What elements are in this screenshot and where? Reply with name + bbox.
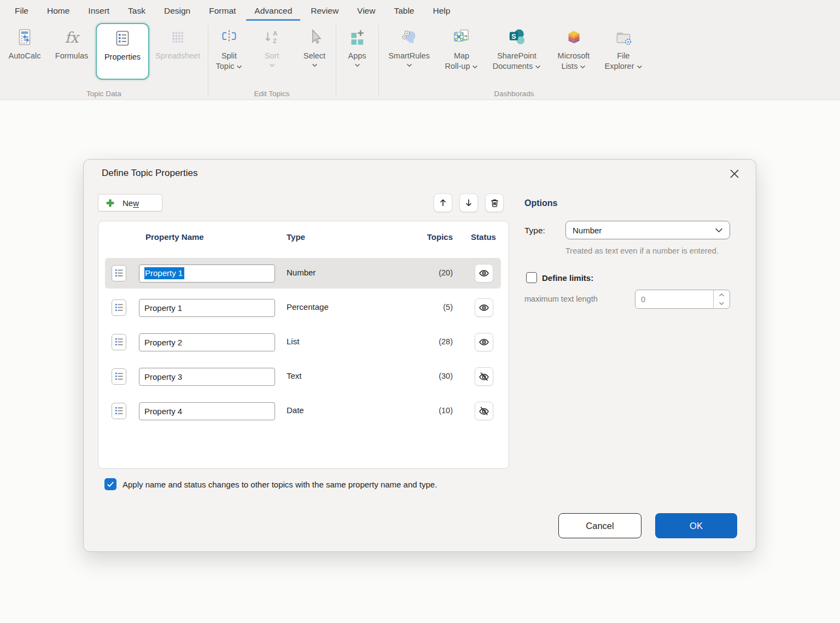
chevron-up-icon — [719, 293, 725, 297]
tab-review[interactable]: Review — [301, 1, 348, 21]
dialog-title: Define Topic Properties — [102, 168, 197, 179]
max-text-length-label: maximum text length — [524, 295, 598, 303]
property-name-input[interactable] — [139, 299, 275, 317]
chevron-down-icon — [354, 63, 360, 67]
tab-advanced[interactable]: Advanced — [245, 1, 301, 21]
group-label-topic-data: Topic Data — [0, 90, 208, 98]
property-name-input[interactable] — [139, 402, 275, 420]
visibility-toggle[interactable] — [475, 367, 493, 386]
eye-icon — [479, 302, 489, 313]
chevron-down-icon — [535, 65, 541, 69]
topics-count: (10) — [405, 406, 453, 415]
apply-changes-label: Apply name and status changes to other t… — [122, 480, 437, 489]
move-up-button[interactable] — [434, 193, 452, 212]
table-row[interactable]: Date (10) — [105, 396, 501, 426]
tab-task[interactable]: Task — [119, 1, 155, 21]
selected-text: Property 1 — [144, 267, 184, 279]
ribbon-button-sort[interactable]: AZ Sort — [250, 22, 293, 100]
ribbon-button-autocalc[interactable]: AutoCalc — [2, 22, 48, 100]
close-icon[interactable] — [727, 167, 742, 181]
ribbon-button-label: SmartRules — [388, 51, 430, 61]
ribbon-button-smartrules[interactable]: SmartRules — [381, 22, 438, 100]
tab-design[interactable]: Design — [155, 1, 200, 21]
type-dropdown[interactable]: Number — [565, 221, 730, 239]
visibility-toggle[interactable] — [475, 298, 493, 317]
svg-text:S: S — [511, 33, 516, 40]
eye-off-icon — [479, 405, 489, 416]
microsoft-lists-icon — [564, 26, 584, 48]
svg-text:Z: Z — [273, 37, 277, 44]
property-name-input[interactable] — [139, 333, 275, 351]
table-row[interactable]: List (28) — [105, 327, 501, 357]
ribbon-button-select[interactable]: Select — [293, 22, 336, 100]
tab-table[interactable]: Table — [384, 1, 423, 21]
max-text-length-stepper — [635, 290, 730, 309]
property-type: Text — [287, 371, 302, 380]
cancel-button[interactable]: Cancel — [558, 513, 641, 538]
topics-count: (30) — [405, 372, 453, 380]
property-name-input[interactable]: Property 1 — [139, 265, 275, 283]
ribbon-group-topic-data: AutoCalc fx Formulas Properties Spreadsh… — [0, 22, 208, 100]
ribbon-button-label: SharePointDocuments — [493, 51, 541, 71]
chevron-down-icon — [406, 63, 412, 67]
ribbon-button-microsoft-lists[interactable]: MicrosoftLists — [548, 22, 599, 100]
tab-format[interactable]: Format — [200, 1, 245, 21]
visibility-toggle[interactable] — [475, 333, 493, 351]
options-heading: Options — [524, 198, 557, 208]
ribbon-group-apps: Apps — [336, 22, 378, 100]
chevron-down-icon — [236, 65, 242, 69]
tab-insert[interactable]: Insert — [79, 1, 119, 21]
ribbon-button-label: MicrosoftLists — [558, 51, 590, 71]
move-down-button[interactable] — [459, 193, 478, 212]
table-row[interactable]: Property 1 Number (20) — [105, 258, 501, 289]
max-text-length-input[interactable] — [635, 290, 713, 308]
ribbon-button-properties[interactable]: Properties — [96, 23, 149, 80]
define-limits-label: Define limits: — [542, 273, 593, 283]
define-limits-checkbox[interactable] — [526, 272, 537, 283]
table-row[interactable]: Text (30) — [105, 361, 501, 392]
ribbon-button-label: Properties — [104, 52, 141, 62]
tab-help[interactable]: Help — [424, 1, 460, 21]
table-row[interactable]: Percentage (5) — [105, 292, 501, 323]
chevron-down-icon — [312, 63, 318, 67]
new-button[interactable]: New — [98, 194, 162, 211]
spreadsheet-icon — [168, 26, 188, 48]
ribbon-button-label: Select — [304, 51, 325, 61]
property-list-icon — [112, 368, 126, 385]
ribbon-button-label: Spreadsheet — [155, 51, 200, 61]
apply-changes-checkbox[interactable] — [104, 478, 116, 490]
ribbon-button-apps[interactable]: Apps — [337, 22, 377, 100]
plus-icon — [106, 198, 115, 208]
header-status: Status — [468, 232, 499, 242]
ribbon-button-spreadsheet[interactable]: Spreadsheet — [149, 22, 206, 100]
ribbon-button-label: Formulas — [55, 51, 88, 61]
chevron-down-icon — [715, 228, 723, 233]
ribbon-button-formulas[interactable]: fx Formulas — [48, 22, 96, 100]
tab-view[interactable]: View — [348, 1, 384, 21]
ribbon-button-label: Sort — [265, 51, 279, 61]
stepper-up-button[interactable] — [714, 290, 730, 299]
chevron-down-icon — [269, 63, 275, 67]
stepper-down-button[interactable] — [714, 299, 730, 309]
ok-button[interactable]: OK — [655, 513, 737, 538]
property-list-icon — [112, 265, 126, 281]
tab-file[interactable]: File — [5, 1, 38, 21]
ribbon-button-split-topic[interactable]: SplitTopic — [208, 22, 250, 100]
properties-icon — [113, 27, 132, 49]
ribbon-button-file-explorer[interactable]: FileExplorer — [599, 22, 648, 100]
ribbon-button-sharepoint-documents[interactable]: S SharePointDocuments — [486, 22, 548, 100]
delete-button[interactable] — [485, 193, 504, 212]
properties-table: Property Name Type Topics Status Propert… — [98, 221, 509, 469]
sort-icon: AZ — [262, 26, 282, 48]
arrow-up-icon — [438, 198, 448, 208]
visibility-toggle[interactable] — [475, 264, 493, 283]
ribbon-body: AutoCalc fx Formulas Properties Spreadsh… — [0, 22, 840, 100]
property-name-input[interactable] — [139, 368, 275, 386]
ribbon-button-label: AutoCalc — [9, 51, 41, 61]
visibility-toggle[interactable] — [475, 402, 493, 420]
header-property-name: Property Name — [145, 232, 204, 242]
property-type: Percentage — [287, 302, 329, 312]
ribbon-button-label: FileExplorer — [604, 51, 642, 71]
tab-home[interactable]: Home — [38, 1, 79, 21]
ribbon-button-map-rollup[interactable]: MapRoll-up — [438, 22, 486, 100]
